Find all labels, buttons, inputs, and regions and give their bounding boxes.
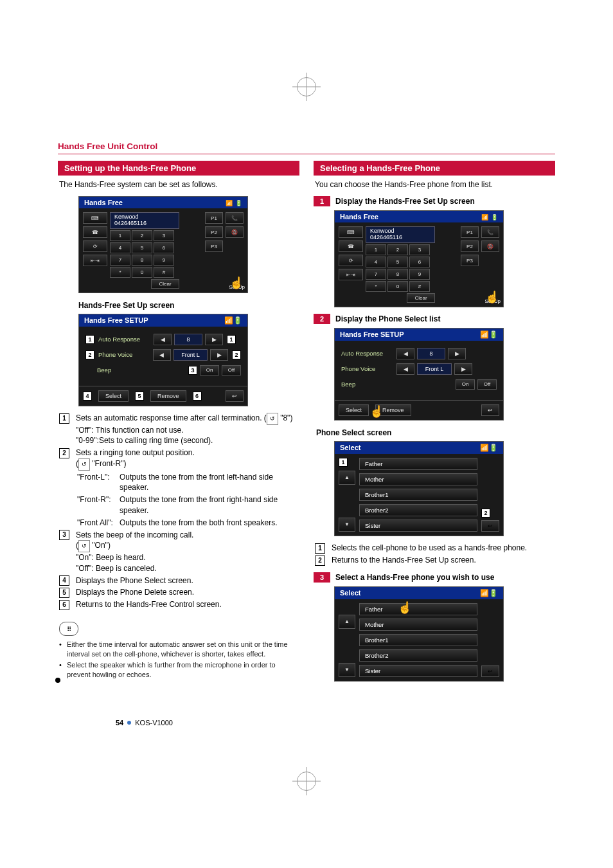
shortcut-button[interactable]: ☎	[83, 226, 107, 238]
callout: 3	[188, 366, 197, 375]
keypad-key[interactable]: 2	[387, 244, 408, 255]
next-button[interactable]: ▶	[448, 348, 466, 359]
callout: 2	[315, 556, 325, 566]
hangup-icon[interactable]: 📵	[226, 226, 244, 238]
contact-name-box: Kenwood 0426465116	[110, 212, 179, 229]
list-item[interactable]: Mother	[359, 473, 477, 485]
list-item[interactable]: Father	[359, 603, 477, 615]
step-text: Display the Phone Select list	[335, 314, 440, 323]
prev-button[interactable]: ◀	[154, 334, 172, 345]
keypad-key[interactable]: 9	[154, 255, 174, 266]
list-item[interactable]: Brother1	[359, 634, 477, 646]
row-label: Phone Voice	[341, 365, 394, 372]
handsfree-setup-shot: Hands Free SETUP 📶🔋 1 Auto Response ◀ 8 …	[78, 314, 248, 406]
next-button[interactable]: ▶	[205, 334, 223, 345]
keypad-key[interactable]: 1	[366, 244, 386, 255]
keypad-key[interactable]: 5	[387, 257, 408, 267]
off-button[interactable]: Off	[222, 365, 241, 375]
scroll-down-button[interactable]: ▼	[339, 663, 355, 677]
shortcut-button[interactable]: ☎	[339, 240, 363, 252]
keypad-key[interactable]: 4	[110, 242, 130, 253]
next-button[interactable]: ▶	[210, 349, 228, 361]
return-icon[interactable]: ↩	[226, 390, 244, 402]
keypad-key[interactable]: 7	[366, 269, 386, 280]
select-desc-block: 1Selects the cell-phone to be used as a …	[315, 543, 554, 566]
remove-button[interactable]: Remove	[150, 390, 186, 402]
return-icon[interactable]: ↩	[481, 404, 499, 416]
left-title-band: Setting up the Hands-Free Phone	[58, 161, 299, 176]
preset-button[interactable]: P2	[205, 226, 223, 238]
keypad-key[interactable]: 3	[154, 230, 174, 241]
reset-icon: ↺	[267, 413, 278, 425]
keypad-key[interactable]: #	[409, 281, 430, 292]
keypad-key[interactable]: 8	[132, 255, 152, 266]
keypad-key[interactable]: 8	[387, 269, 408, 280]
shortcut-button[interactable]: ⟳	[83, 240, 107, 252]
list-item[interactable]: Father	[359, 458, 477, 470]
select-title: Select	[340, 589, 360, 597]
shortcut-button[interactable]: ⇤⇥	[339, 269, 363, 280]
scroll-up-button[interactable]: ▲	[339, 615, 355, 629]
next-button[interactable]: ▶	[454, 363, 472, 375]
return-icon[interactable]: ↩	[481, 520, 499, 532]
callout: 1	[339, 458, 348, 467]
keypad-key[interactable]: 4	[366, 257, 386, 267]
shortcut-button[interactable]: ⇤⇥	[83, 255, 107, 266]
call-icon[interactable]: 📞	[226, 212, 244, 224]
keypad-key[interactable]: 0	[387, 281, 408, 292]
scroll-down-button[interactable]: ▼	[339, 518, 355, 532]
callout: 5	[135, 392, 144, 401]
shortcut-button[interactable]: ⌨	[83, 212, 107, 224]
clear-button[interactable]: Clear	[407, 293, 435, 303]
remove-button[interactable]: Remove	[375, 404, 411, 416]
list-item[interactable]: Sister	[359, 520, 477, 532]
select-button[interactable]: Select	[339, 404, 369, 416]
value-box: Front L	[417, 363, 452, 375]
keypad-key[interactable]: *	[366, 281, 386, 292]
prev-button[interactable]: ◀	[396, 363, 414, 375]
list-item[interactable]: Brother1	[359, 489, 477, 501]
keypad-key[interactable]: 6	[409, 257, 430, 267]
phone-select-shot: Select 📶🔋 1 ▲ ▼ Father Mother Brother1 B	[334, 441, 504, 536]
setup-corner-button[interactable]: Set Up	[229, 284, 245, 290]
scroll-up-button[interactable]: ▲	[339, 471, 355, 485]
phone-select-subhead: Phone Select screen	[316, 428, 555, 437]
preset-button[interactable]: P1	[205, 212, 223, 224]
prev-button[interactable]: ◀	[396, 348, 414, 359]
keypad-key[interactable]: 0	[132, 267, 152, 278]
value-box: Front L	[173, 349, 208, 361]
keypad-key[interactable]: 2	[132, 230, 152, 241]
return-icon[interactable]: ↩	[481, 665, 499, 677]
preset-button[interactable]: P3	[205, 240, 223, 252]
shortcut-button[interactable]: ⟳	[339, 255, 363, 266]
on-button[interactable]: On	[200, 365, 219, 375]
shortcut-button[interactable]: ⌨	[339, 226, 363, 238]
on-button[interactable]: On	[456, 379, 475, 390]
keypad-key[interactable]: #	[154, 267, 174, 278]
value-box: 8	[417, 348, 445, 359]
off-button[interactable]: Off	[477, 379, 497, 390]
list-item[interactable]: Mother	[359, 619, 477, 631]
keypad-key[interactable]: 3	[409, 244, 430, 255]
list-item[interactable]: Sister	[359, 665, 477, 677]
keypad-key[interactable]: 6	[154, 242, 174, 253]
preset-button[interactable]: P1	[461, 226, 479, 238]
prev-button[interactable]: ◀	[153, 349, 171, 361]
right-intro: You can choose the Hands-Free phone from…	[315, 179, 554, 190]
call-icon[interactable]: 📞	[481, 226, 499, 238]
clear-button[interactable]: Clear	[151, 279, 179, 289]
keypad-key[interactable]: 9	[409, 269, 430, 280]
preset-button[interactable]: P2	[461, 240, 479, 252]
list-item[interactable]: Brother2	[359, 504, 477, 516]
keypad-key[interactable]: 1	[110, 230, 130, 241]
preset-button[interactable]: P3	[461, 255, 479, 266]
select-button[interactable]: Select	[98, 390, 129, 402]
keypad-key[interactable]: 7	[110, 255, 130, 266]
row-label: Phone Voice	[98, 351, 150, 358]
keypad-key[interactable]: 5	[132, 242, 152, 253]
reset-icon: ↺	[78, 540, 90, 552]
hangup-icon[interactable]: 📵	[481, 240, 499, 252]
list-item[interactable]: Brother2	[359, 649, 477, 662]
keypad-key[interactable]: *	[110, 267, 130, 278]
setup-corner-button[interactable]: Set Up	[485, 298, 501, 304]
